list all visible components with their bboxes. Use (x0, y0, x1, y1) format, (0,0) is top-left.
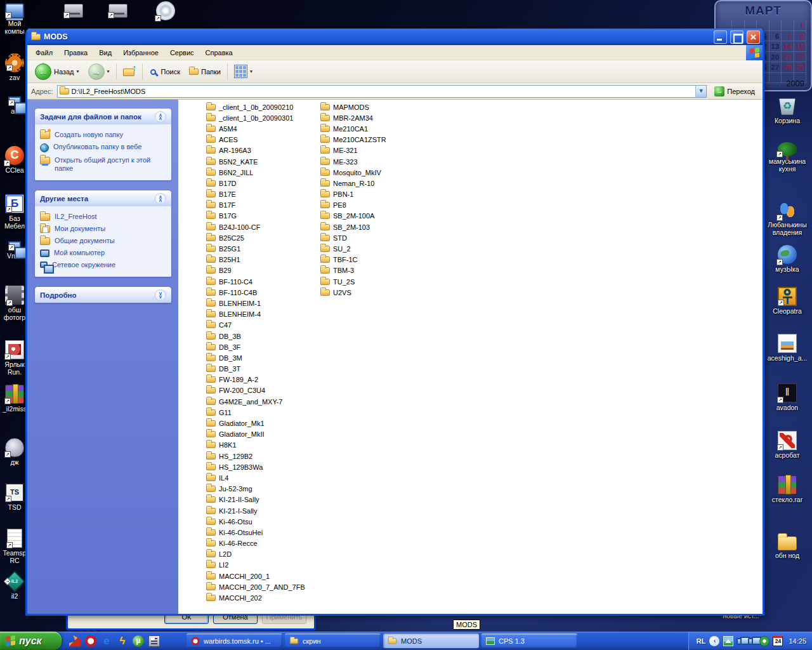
folder-item[interactable]: B25C25 (206, 232, 320, 243)
desktop-icon-recycle-bin[interactable]: Корзина (764, 96, 811, 124)
folder-item[interactable]: TBF-1C (320, 255, 435, 265)
quicklaunch-flashget[interactable] (69, 635, 81, 647)
folder-item[interactable]: HS_129B2 (206, 451, 320, 461)
folder-item[interactable]: A5M4 (206, 123, 320, 134)
go-button[interactable]: → Переход (710, 86, 759, 97)
task-publish-web[interactable]: Опубликовать папку в вебе (40, 141, 166, 154)
folder-item[interactable]: Ju-52-3mg (206, 484, 320, 494)
folder-item[interactable]: FW-200_C3U4 (206, 385, 320, 396)
folder-item[interactable]: B6N2_JILL (206, 167, 320, 178)
folder-item[interactable]: H8K1 (206, 440, 320, 451)
folder-item[interactable]: Me210CA1 (320, 123, 435, 134)
folder-item[interactable]: Me210CA1ZSTR (320, 135, 435, 145)
tray-network-icon-1[interactable] (737, 638, 745, 645)
chevron-down-icon[interactable]: ∨∨ (155, 289, 166, 301)
folder-item[interactable]: DB_3M (206, 352, 320, 363)
folder-item[interactable]: PBN-1 (320, 189, 435, 200)
quicklaunch-utorrent[interactable] (133, 635, 144, 647)
folder-item[interactable]: MBR-2AM34 (320, 112, 435, 123)
folder-item[interactable]: B17E (206, 189, 320, 200)
language-indicator[interactable]: RL (697, 637, 706, 645)
drive-icon-1[interactable]: ↗ (59, 1, 88, 18)
menu-view[interactable]: Вид (93, 46, 117, 59)
folder-item[interactable]: PE8 (320, 200, 435, 211)
folders-button[interactable]: Папки (187, 67, 223, 77)
menu-file[interactable]: Файл (30, 46, 58, 59)
folder-item[interactable]: BF-110-C4B (206, 287, 320, 298)
folder-item[interactable]: TBM-3 (320, 265, 435, 276)
task-create-folder[interactable]: Создать новую папку (40, 129, 166, 141)
drive-icon-2[interactable]: ↗ (103, 1, 133, 18)
folder-item[interactable]: B17D (206, 178, 320, 189)
folder-item[interactable]: B25G1 (206, 243, 320, 254)
folder-item[interactable]: Ki-46-Otsu (206, 516, 320, 527)
desktop-icon-cleopatra[interactable]: ↗Cleopatra (764, 287, 811, 315)
folder-item[interactable]: Gladiator_MkII (206, 429, 320, 440)
minimize-button[interactable] (714, 30, 727, 44)
folder-item[interactable]: ME-321 (320, 145, 435, 156)
tray-chevron-icon[interactable]: ‹ (709, 636, 719, 646)
folder-item[interactable]: Neman_R-10 (320, 178, 435, 189)
folder-item[interactable]: MAPMODS (320, 102, 435, 112)
folder-item[interactable]: Mosquito_MkIV (320, 167, 435, 178)
place-shared-documents[interactable]: Общие документы (40, 235, 166, 247)
folder-item[interactable]: _client_1_0b_20090301 (206, 112, 320, 123)
folder-item[interactable]: C47 (206, 320, 320, 331)
desktop-icon-aceshigh[interactable]: aceshigh_a... (764, 334, 811, 362)
folder-item[interactable]: HS_129B3Wa (206, 461, 320, 472)
folder-item[interactable]: B5N2_KATE (206, 156, 320, 167)
folder-item[interactable]: MACCHI_200_7_AND_7FB (206, 581, 320, 592)
panel-file-tasks-header[interactable]: Задачи для файлов и папок ∧∧ (35, 109, 171, 124)
folder-item[interactable]: ACES (206, 135, 320, 145)
folder-item[interactable]: DB_3T (206, 364, 320, 375)
folder-item[interactable]: SB_2M-100A (320, 211, 435, 222)
menu-edit[interactable]: Правка (58, 46, 93, 59)
forward-button[interactable]: → ▾ (86, 62, 112, 81)
quicklaunch-winamp[interactable] (117, 635, 128, 647)
quicklaunch-opera[interactable] (85, 635, 96, 647)
folder-item[interactable]: KI-21-II-Sally (206, 494, 320, 505)
views-button[interactable]: ▾ (232, 63, 255, 79)
folder-item[interactable]: L2D (206, 549, 320, 560)
desktop-icon-muzyka[interactable]: ↗музЫка (764, 245, 811, 273)
folder-item[interactable]: U2VS (320, 287, 435, 298)
tray-network-icon-2[interactable] (748, 638, 756, 645)
maximize-button[interactable] (730, 30, 743, 44)
tray-picture-icon[interactable] (723, 636, 733, 646)
folder-item[interactable]: B17G (206, 211, 320, 222)
folder-item[interactable]: TU_2S (320, 276, 435, 287)
folder-item[interactable]: B24J-100-CF (206, 222, 320, 232)
place-il2-freehost[interactable]: IL2_FreeHost (40, 211, 166, 223)
taskbar-task-mods[interactable]: MODS (383, 633, 479, 648)
folder-item[interactable]: BLENHEIM-4 (206, 309, 320, 320)
quicklaunch-calculator[interactable] (148, 635, 160, 647)
chevron-up-icon[interactable]: ∧∧ (155, 193, 166, 204)
tray-antivirus-icon[interactable] (759, 636, 769, 646)
desktop-icon-my-computer[interactable]: ↗Мой компы (0, 1, 29, 35)
desktop-icon-steklo-rar[interactable]: стекло.rar (764, 475, 811, 503)
desktop-icon-mamuskina-kuhnya[interactable]: ↗мамуськина кухня (764, 142, 811, 173)
folder-item[interactable]: MACCHI_202 (206, 592, 320, 603)
desktop-icon-lyubankiny-vladeniya[interactable]: ↗Любанькины владения (764, 201, 811, 236)
quicklaunch-ie[interactable] (101, 635, 112, 647)
folder-item[interactable]: STD (320, 232, 435, 243)
folder-item[interactable]: AR-196A3 (206, 145, 320, 156)
folder-item[interactable]: B29 (206, 265, 320, 276)
folder-item[interactable]: BF-110-C4 (206, 276, 320, 287)
place-my-documents[interactable]: Мои документы (40, 223, 166, 235)
chevron-up-icon[interactable]: ∧∧ (155, 111, 166, 123)
desktop-icon-obn-nod[interactable]: обн нод (764, 533, 811, 559)
desktop-icon-avadon[interactable]: ↗avadon (764, 383, 811, 411)
folder-item[interactable]: DB_3F (206, 342, 320, 352)
folder-item[interactable]: DB_3B (206, 331, 320, 342)
place-network[interactable]: Сетевое окружение (40, 259, 166, 271)
folder-item[interactable]: FW-189_A-2 (206, 375, 320, 385)
folder-item[interactable]: Gladiator_Mk1 (206, 418, 320, 428)
search-button[interactable]: Поиск (147, 67, 183, 77)
close-button[interactable] (747, 30, 760, 44)
folder-item[interactable]: _client_1_0b_20090210 (206, 102, 320, 112)
tray-date-icon[interactable]: 24 (773, 636, 783, 646)
address-input[interactable] (72, 88, 693, 95)
panel-other-places-header[interactable]: Другие места ∧∧ (35, 190, 171, 206)
folder-item[interactable]: B25H1 (206, 255, 320, 265)
